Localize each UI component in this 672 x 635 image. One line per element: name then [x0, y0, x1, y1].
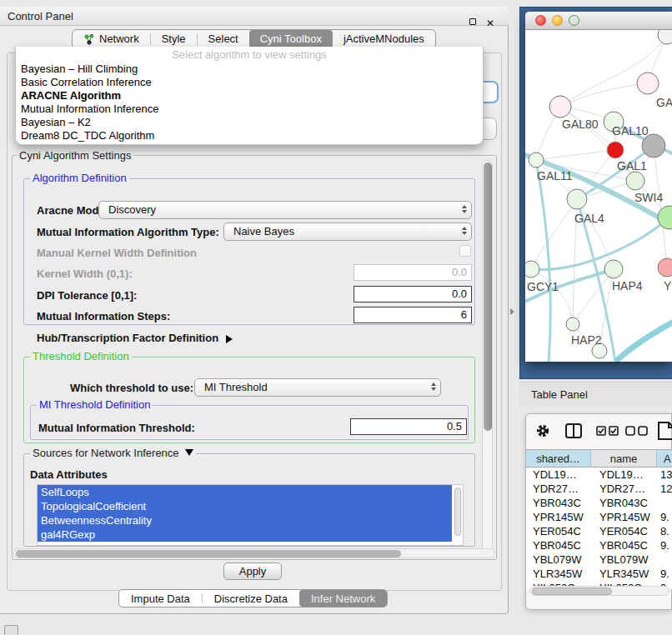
new-table-icon[interactable] [656, 421, 672, 441]
dropdown-item-selected[interactable]: ARACNE Algorithm [16, 89, 483, 102]
node-gray[interactable] [642, 134, 665, 158]
cell: YBR045C [533, 538, 589, 552]
cell: YPR145W [533, 510, 589, 524]
dropdown-item[interactable]: Bayesian – Hill Climbing [16, 62, 483, 76]
dock-icon[interactable] [4, 625, 18, 635]
dropdown-item[interactable]: Bayesian – K2 [16, 116, 483, 129]
node-label: GAL80 [562, 118, 599, 131]
hub-definition-label: Hub/Transcription Factor Definition [37, 332, 218, 344]
cell: YBR043C [599, 496, 656, 510]
tab-select[interactable]: Select [198, 30, 249, 48]
cell: 8. [660, 524, 672, 538]
node-gal4[interactable] [567, 189, 587, 209]
manual-kernel-checkbox[interactable] [459, 245, 471, 257]
table-row[interactable]: YBR045CYBR045C9. [526, 538, 672, 552]
mac-zoom-icon[interactable] [569, 15, 579, 26]
node-label: HAP2 [571, 333, 602, 347]
sources-group-toggle[interactable]: Sources for Network Inference [30, 448, 196, 458]
dropdown-item[interactable]: Dream8 DC_TDC Algorithm [16, 129, 483, 142]
mac-minimize-icon[interactable] [552, 15, 563, 26]
node-gal80[interactable] [549, 96, 571, 118]
table-row[interactable]: YDR27…YDR27…12 [526, 482, 672, 496]
algorithm-definition-group-title: Algorithm Definition [30, 172, 129, 183]
mi-steps-label: Mutual Information Steps: [37, 310, 170, 322]
column-header-name[interactable]: name [591, 449, 657, 468]
tab-impute-data[interactable]: Impute Data [119, 590, 202, 607]
list-item[interactable]: SelfLoops [38, 485, 452, 499]
scrollbar-thumb[interactable] [16, 550, 401, 558]
tab-network[interactable]: Network [73, 30, 150, 48]
stepper-arrows-icon [462, 205, 467, 213]
mi-threshold-label: Mutual Information Threshold: [38, 422, 195, 434]
dropdown-item[interactable]: Mutual Information Inference [16, 102, 483, 116]
node-gal-pink[interactable] [637, 72, 659, 94]
hub-definition-toggle[interactable]: Hub/Transcription Factor Definition [37, 332, 233, 344]
select-all-checkboxes-icon[interactable] [596, 426, 619, 436]
deselect-all-checkboxes-icon[interactable] [625, 426, 649, 436]
node-hap4[interactable] [604, 260, 623, 278]
tab-cyni-toolbox[interactable]: Cyni Toolbox [249, 30, 333, 48]
tab-label: Select [208, 30, 238, 48]
selected-value: MI Threshold [204, 381, 268, 393]
table-row[interactable]: YBL079WYBL079W [526, 552, 672, 567]
list-item[interactable]: TopologicalCoefficient [38, 499, 452, 513]
list-vertical-scrollbar[interactable] [454, 486, 462, 544]
list-item[interactable]: BetweennessCentrality [38, 513, 452, 528]
cell: YBL079W [599, 552, 656, 567]
list-item[interactable]: gal4RGexp [38, 528, 452, 542]
tab-label: Style [162, 30, 186, 48]
column-header-partial[interactable]: A [657, 449, 672, 468]
mi-threshold-group-title: MI Threshold Definition [37, 399, 153, 410]
table-panel-header: Table Panel [519, 382, 672, 407]
node-salmon[interactable] [658, 258, 672, 277]
which-threshold-select[interactable]: MI Threshold [194, 378, 441, 397]
table-row[interactable]: YBR043CYBR043C [526, 496, 672, 510]
close-window-icon[interactable]: ✕ [486, 18, 496, 28]
mi-type-label: Mutual Information Algorithm Type: [37, 226, 219, 238]
table-row[interactable]: YLR345WYLR345W9. [526, 567, 672, 581]
table-row[interactable]: YPR145WYPR145W9. [526, 510, 672, 524]
dpi-tolerance-field[interactable]: 0.0 [354, 286, 472, 302]
settings-gear-icon[interactable] [535, 423, 550, 438]
cyni-settings-group-title: Cyni Algorithm Settings [17, 150, 133, 161]
table-row[interactable]: YER054CYER054C8. [526, 524, 672, 538]
aracne-mode-select[interactable]: Discovery [98, 201, 472, 219]
mi-steps-field[interactable]: 6 [354, 307, 472, 323]
tab-jactivemnodules[interactable]: jActiveMNodules [333, 30, 435, 48]
panel-title: Control Panel [8, 7, 73, 26]
table-panel-title: Table Panel [531, 382, 588, 408]
node-partial-top[interactable] [658, 30, 672, 44]
dropdown-item[interactable]: Basic Correlation Inference [16, 76, 483, 89]
scrollbar-thumb[interactable] [454, 488, 461, 536]
mi-threshold-field[interactable]: 0.5 [350, 418, 467, 435]
table-horizontal-scrollbar[interactable] [529, 586, 669, 596]
tab-label: Infer Network [311, 590, 375, 608]
tab-label: Impute Data [131, 590, 190, 608]
float-window-icon[interactable] [469, 18, 479, 28]
mi-type-select[interactable]: Naive Bayes [223, 222, 472, 241]
kernel-width-field[interactable]: 0.0 [354, 264, 472, 281]
network-canvas[interactable]: GAL GAL80 GAL10 GAL11 GAL1 SWI4 GAL4 GCY… [525, 30, 672, 362]
tab-style[interactable]: Style [151, 30, 197, 48]
settings-vertical-scrollbar[interactable] [482, 160, 493, 555]
column-header-shared[interactable]: shared… [526, 449, 591, 468]
cell: YLR345W [533, 567, 589, 581]
node-selected-red[interactable] [607, 142, 624, 158]
node-gal11[interactable] [529, 152, 544, 168]
tab-discretize-data[interactable]: Discretize Data [203, 590, 299, 607]
settings-horizontal-scrollbar[interactable] [13, 548, 495, 558]
node-label: GAL4 [574, 212, 604, 225]
mac-close-icon[interactable] [535, 15, 546, 26]
tab-label: Network [99, 30, 139, 48]
scrollbar-thumb[interactable] [532, 588, 612, 595]
tab-infer-network[interactable]: Infer Network [299, 590, 387, 607]
scrollbar-thumb[interactable] [484, 162, 492, 431]
node-hap2[interactable] [566, 318, 579, 331]
table-row[interactable]: YDL19…YDL19…13 [526, 468, 672, 482]
panel-resize-arrow-icon[interactable] [510, 308, 514, 315]
node-gcy1[interactable] [525, 261, 539, 278]
node-gal1[interactable] [626, 172, 644, 190]
columns-icon[interactable] [564, 422, 583, 439]
collapsed-arrow-icon [226, 335, 233, 343]
apply-button[interactable]: Apply [223, 562, 282, 580]
